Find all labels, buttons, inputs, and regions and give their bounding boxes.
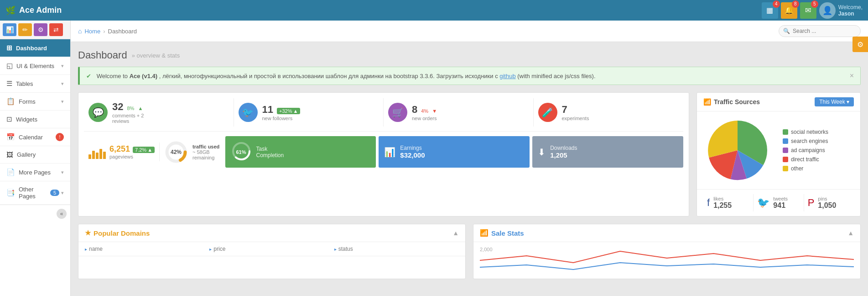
leaf-icon: 🌿 — [5, 5, 16, 16]
sidebar-item-other-pages[interactable]: 📑 Other Pages 5 ▾ — [0, 181, 70, 205]
alert-close-button[interactable]: × — [850, 72, 854, 80]
github-link[interactable]: github — [499, 73, 515, 79]
legend-other: other — [783, 165, 828, 172]
mini-bar-4 — [99, 149, 102, 159]
tables-icon: ☰ — [6, 79, 12, 88]
stat-followers: 🐦 11 +32% ▲ new followers — [234, 98, 384, 127]
bottom-row: ★ Popular Domains ▲ ▸ name ▸ price — [78, 224, 861, 279]
search-input[interactable] — [779, 25, 861, 37]
traffic-sources-card: 📶 Traffic Sources This Week ▾ — [696, 92, 861, 217]
facebook-icon: f — [707, 197, 710, 209]
sidebar-item-more-pages[interactable]: 📄 More Pages ▾ — [0, 164, 70, 181]
earnings-value: $32,000 — [400, 151, 425, 159]
chevron-down-icon: ▾ — [61, 190, 64, 196]
sidebar-label-gallery: Gallery — [17, 151, 36, 158]
direct-color-dot — [783, 157, 788, 162]
breadcrumb-home[interactable]: Home — [84, 28, 100, 35]
table-columns: ▸ name ▸ price ▸ status — [78, 242, 465, 256]
search-icon: 🔍 — [783, 28, 790, 34]
sidebar-item-ui-elements[interactable]: ◱ UI & Elements ▾ — [0, 57, 70, 75]
stat-orders: 🛒 8 4% ▼ new orders — [384, 98, 534, 127]
sidebar-item-calendar[interactable]: 📅 Calendar ! — [0, 128, 70, 146]
legend-social: social networks — [783, 129, 828, 135]
col-arrow-icon: ▸ — [334, 247, 337, 252]
chevron-down-icon: ▾ — [61, 63, 64, 69]
alert-text: ✔ Welcome to Ace (v1.4) , лёгкий, многоф… — [86, 73, 596, 79]
likes-values: likes 1,255 — [713, 196, 732, 210]
followers-icon-circle: 🐦 — [239, 103, 258, 122]
downloads-labels: Downloads 1,205 — [550, 145, 577, 159]
downloads-label: Downloads — [550, 145, 577, 151]
sidebar-item-forms[interactable]: 📋 Forms ▾ — [0, 93, 70, 111]
chevron-down-icon: ▾ — [61, 99, 64, 105]
search-color-dot — [783, 138, 788, 144]
bell-button[interactable]: 🔔 8 — [781, 2, 797, 19]
stats-grid-top: 💬 32 8% ▲ comments + 2 reviews — [84, 98, 683, 132]
social-pins: P pins 1,050 — [804, 194, 854, 211]
experiments-value: 7 — [562, 104, 567, 115]
tweets-value: 941 — [773, 201, 788, 210]
experiments-label: experiments — [562, 116, 589, 121]
home-icon: ⌂ — [78, 27, 82, 35]
bar-chart-icon: 📶 — [703, 98, 711, 106]
earnings-label: Earnings — [400, 145, 425, 151]
col-status[interactable]: ▸ status — [334, 246, 459, 252]
col-price[interactable]: ▸ price — [209, 246, 334, 252]
chart-tool-button[interactable]: 📊 — [3, 23, 16, 36]
earnings-labels: Earnings $32,000 — [400, 145, 425, 159]
envelope-button[interactable]: ✉ 5 — [800, 2, 816, 19]
user-menu[interactable]: 👤 Welcome, Jason — [819, 2, 863, 19]
user-greeting: Welcome, Jason — [838, 4, 863, 17]
sale-stats-header: 📶 Sale Stats ▲ — [473, 224, 860, 242]
envelope-badge: 5 — [811, 0, 818, 8]
legend-other-label: other — [791, 165, 803, 172]
breadcrumb-current: Dashboard — [108, 28, 137, 35]
col-name[interactable]: ▸ name — [85, 246, 209, 252]
legend-social-label: social networks — [791, 129, 828, 135]
chevron-down-icon: ▾ — [61, 81, 64, 87]
ui-icon: ◱ — [6, 62, 13, 70]
downloads-value: 1,205 — [550, 151, 577, 159]
legend-direct: direct traffic — [783, 156, 828, 163]
calendar-warning-badge: ! — [56, 133, 64, 141]
pins-values: pins 1,050 — [818, 196, 836, 210]
popular-domains-header: ★ Popular Domains ▲ — [78, 224, 465, 242]
sidebar-item-widgets[interactable]: ⊡ Widgets — [0, 111, 70, 128]
legend-ad-label: ad campaigns — [791, 147, 825, 153]
traffic-sources-title: 📶 Traffic Sources — [703, 98, 760, 106]
stats-container: 💬 32 8% ▲ comments + 2 reviews — [78, 92, 861, 217]
sale-stats-card: 📶 Sale Stats ▲ 2,000 — [473, 224, 861, 279]
stat-orders-values: 8 4% ▼ new orders — [412, 104, 437, 121]
social-tweets: 🐦 tweets 941 — [754, 194, 804, 211]
downloads-card: ⬇ Downloads 1,205 — [532, 136, 683, 168]
traffic-used-labels: traffic used ~ 58GB remaining — [192, 144, 220, 160]
sale-stats-title: 📶 Sale Stats — [480, 229, 524, 237]
pencil-tool-button[interactable]: ✏ — [18, 23, 32, 36]
settings-float-button[interactable]: ⚙ — [852, 37, 868, 52]
this-week-button[interactable]: This Week ▾ — [815, 97, 854, 106]
sidebar-item-tables[interactable]: ☰ Tables ▾ — [0, 75, 70, 93]
up-arrow-icon: ▲ — [293, 108, 298, 114]
sale-stats-collapse-button[interactable]: ▲ — [847, 229, 854, 237]
up-arrow-icon: ▲ — [138, 106, 143, 111]
popular-domains-collapse-button[interactable]: ▲ — [452, 229, 459, 237]
share-tool-button[interactable]: ⇄ — [49, 23, 63, 36]
main-content: ⌂ Home › Dashboard 🔍 Dashboard » overvie… — [71, 21, 868, 296]
sidebar-collapse-button[interactable]: « — [57, 209, 67, 219]
task-pct: 61% — [236, 149, 246, 155]
sidebar-item-gallery[interactable]: 🖼 Gallery — [0, 146, 70, 164]
sidebar-item-dashboard[interactable]: ⊞ Dashboard — [0, 39, 70, 57]
stat-pageviews: 6,251 7.2% ▲ pageviews — [84, 143, 160, 161]
likes-label: likes — [713, 196, 732, 201]
brand: 🌿 Ace Admin — [5, 5, 62, 16]
grid-button[interactable]: ▦ 4 — [762, 2, 778, 19]
stat-experiments-values: 7 experiments — [562, 104, 589, 121]
orders-change: 4% — [421, 108, 428, 114]
puzzle-tool-button[interactable]: ⚙ — [34, 23, 47, 36]
mini-bar-1 — [88, 154, 91, 159]
bar-chart-icon: 📶 — [480, 229, 489, 237]
legend-direct-label: direct traffic — [791, 156, 819, 163]
followers-value: 11 — [262, 104, 273, 116]
twitter-icon: 🐦 — [757, 197, 769, 209]
pageviews-values: 6,251 7.2% ▲ pageviews — [109, 144, 155, 159]
